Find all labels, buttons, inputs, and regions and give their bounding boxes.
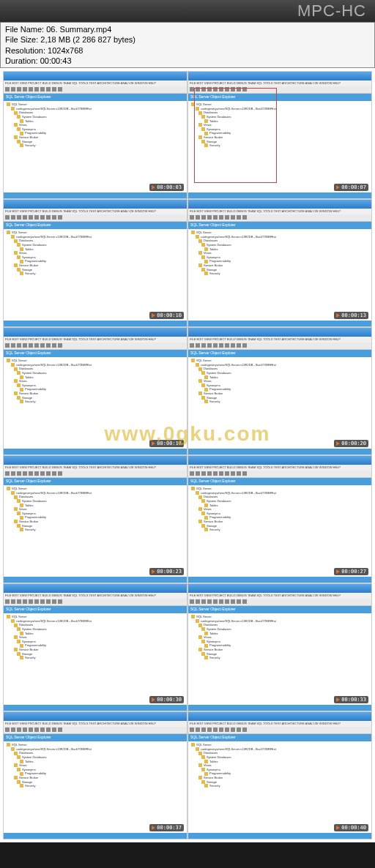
toolbar-icon — [231, 87, 235, 91]
folder-icon — [201, 255, 205, 259]
player-titlebar: MPC-HC — [0, 0, 375, 22]
vs-window-titlebar — [4, 456, 187, 465]
timestamp-text: 00:00:13 — [341, 313, 366, 318]
folder-icon — [20, 400, 23, 403]
folder-icon — [14, 495, 18, 499]
vs-window-titlebar — [4, 200, 187, 209]
toolbar-icon — [23, 471, 27, 476]
vs-statusbar — [4, 321, 187, 326]
toolbar-icon — [231, 599, 235, 604]
video-thumbnail[interactable]: FILE EDIT VIEW PROJECT BUILD DEBUG TEAM … — [3, 711, 188, 839]
toolbar-icon — [34, 599, 39, 604]
toolbar-icon — [196, 343, 200, 348]
filename-label: File Name: — [5, 25, 44, 34]
server-node-icon — [11, 235, 15, 239]
toolbar-icon — [213, 727, 218, 732]
folder-icon — [17, 512, 21, 515]
object-explorer-header: SQL Server Object Explorer — [188, 350, 371, 357]
vs-window-titlebar — [188, 456, 371, 465]
folder-icon — [201, 627, 205, 631]
player-brand: MPC-HC — [297, 1, 366, 20]
toolbar-icon — [237, 471, 241, 476]
folder-icon — [14, 752, 18, 755]
object-explorer-header: SQL Server Object Explorer — [4, 94, 187, 101]
toolbar-icon — [201, 599, 206, 604]
video-thumbnail[interactable]: FILE EDIT VIEW PROJECT BUILD DEBUG TEAM … — [188, 455, 372, 583]
toolbar-icon — [46, 599, 51, 604]
toolbar-icon — [40, 343, 45, 348]
toolbar-icon — [225, 471, 229, 476]
server-icon — [7, 102, 10, 106]
thumbnail-grid: FILE EDIT VIEW PROJECT BUILD DEBUG TEAM … — [0, 68, 375, 842]
folder-icon — [204, 400, 208, 403]
video-thumbnail[interactable]: FILE EDIT VIEW PROJECT BUILD DEBUG TEAM … — [3, 71, 188, 199]
toolbar-icon — [46, 215, 51, 220]
video-thumbnail[interactable]: FILE EDIT VIEW PROJECT BUILD DEBUG TEAM … — [3, 327, 188, 455]
video-thumbnail[interactable]: FILE EDIT VIEW PROJECT BUILD DEBUG TEAM … — [188, 199, 372, 327]
timestamp-text: 00:00:17 — [157, 441, 182, 446]
folder-icon — [201, 640, 205, 643]
folder-icon — [201, 268, 205, 272]
toolbar-icon — [219, 727, 223, 732]
video-thumbnail[interactable]: FILE EDIT VIEW PROJECT BUILD DEBUG TEAM … — [3, 199, 188, 327]
toolbar-icon — [213, 599, 218, 604]
toolbar-icon — [52, 87, 56, 91]
toolbar-icon — [201, 87, 206, 91]
toolbar-icon — [207, 343, 212, 348]
video-thumbnail[interactable]: FILE EDIT VIEW PROJECT BUILD DEBUG TEAM … — [188, 327, 372, 455]
toolbar-icon — [34, 727, 39, 732]
toolbar-icon — [58, 87, 62, 91]
timestamp-badge: 00:00:03 — [149, 184, 184, 191]
folder-icon — [20, 260, 23, 263]
toolbar-icon — [52, 343, 56, 348]
folder-icon — [204, 760, 208, 763]
filesize-row: File Size: 2,18 MB (2 286 827 bytes) — [5, 34, 370, 45]
folder-icon — [204, 272, 208, 275]
toolbar-icon — [17, 343, 21, 348]
vs-statusbar — [188, 449, 371, 454]
folder-icon — [198, 263, 202, 267]
toolbar-icon — [23, 343, 27, 348]
timestamp-badge: 00:00:13 — [334, 312, 368, 319]
vs-toolbar — [4, 343, 187, 350]
folder-icon — [204, 784, 208, 787]
toolbar-icon — [213, 343, 218, 348]
toolbar-icon — [207, 599, 212, 604]
toolbar-icon — [225, 343, 229, 348]
video-thumbnail[interactable]: FILE EDIT VIEW PROJECT BUILD DEBUG TEAM … — [3, 455, 188, 583]
vs-statusbar — [188, 577, 371, 583]
folder-icon — [14, 111, 18, 115]
folder-icon — [14, 635, 18, 639]
toolbar-icon — [190, 727, 194, 732]
toolbar-icon — [5, 599, 10, 604]
toolbar-icon — [207, 727, 212, 732]
video-thumbnail[interactable]: FILE EDIT VIEW PROJECT BUILD DEBUG TEAM … — [188, 583, 372, 711]
toolbar-icon — [196, 215, 200, 220]
server-node-icon — [196, 491, 199, 495]
toolbar-icon — [23, 215, 27, 220]
toolbar-icon — [242, 343, 247, 348]
toolbar-icon — [17, 215, 21, 220]
vs-window-titlebar — [4, 584, 187, 593]
folder-icon — [17, 499, 21, 503]
folder-icon — [204, 656, 208, 659]
toolbar-icon — [17, 727, 21, 732]
server-icon — [191, 743, 195, 747]
timestamp-text: 00:00:33 — [341, 697, 366, 703]
toolbar-icon — [231, 343, 235, 348]
video-thumbnail[interactable]: FILE EDIT VIEW PROJECT BUILD DEBUG TEAM … — [3, 583, 188, 711]
vs-window-titlebar — [4, 72, 187, 81]
toolbar-icon — [242, 215, 247, 220]
video-thumbnail[interactable]: FILE EDIT VIEW PROJECT BUILD DEBUG TEAM … — [188, 71, 372, 199]
tree-node: Security — [191, 143, 295, 148]
timestamp-text: 00:00:40 — [341, 825, 366, 831]
server-icon — [191, 487, 195, 490]
play-icon — [336, 697, 340, 702]
vs-menubar: FILE EDIT VIEW PROJECT BUILD DEBUG TEAM … — [4, 465, 187, 471]
server-icon — [191, 359, 195, 362]
object-explorer-header: SQL Server Object Explorer — [4, 734, 187, 741]
toolbar-icon — [237, 215, 241, 220]
tree-node: Security — [191, 272, 295, 276]
toolbar-icon — [34, 87, 39, 91]
video-thumbnail[interactable]: FILE EDIT VIEW PROJECT BUILD DEBUG TEAM … — [188, 711, 372, 839]
